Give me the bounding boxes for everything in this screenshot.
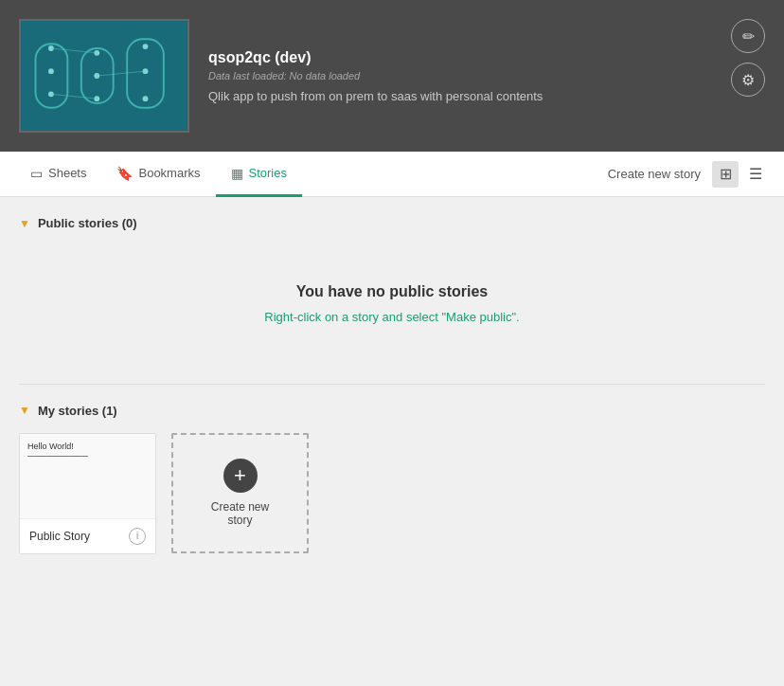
story-card[interactable]: Hello World!────────── Public Story i — [19, 433, 156, 554]
app-last-loaded: Data last loaded: No data loaded — [208, 70, 765, 81]
content-area: ▼ Public stories (0) You have no public … — [0, 197, 784, 573]
bookmarks-icon: 🔖 — [116, 166, 133, 181]
stories-grid: Hello World!────────── Public Story i + … — [19, 433, 765, 554]
my-stories-title: My stories (1) — [38, 404, 117, 418]
my-stories-section-header[interactable]: ▼ My stories (1) — [19, 404, 765, 418]
sheets-icon: ▭ — [30, 166, 43, 181]
list-view-button[interactable]: ☰ — [742, 161, 769, 188]
header-actions: ✏ ⚙ — [731, 19, 765, 97]
tab-bookmarks[interactable]: 🔖 Bookmarks — [101, 153, 215, 197]
settings-button[interactable]: ⚙ — [731, 63, 765, 97]
view-toggle: ⊞ ☰ — [712, 161, 769, 188]
my-stories-chevron-icon: ▼ — [19, 404, 30, 417]
tabs-bar: ▭ Sheets 🔖 Bookmarks ▦ Stories Create ne… — [0, 152, 784, 197]
app-info: qsop2qc (dev) Data last loaded: No data … — [208, 49, 765, 103]
story-footer: Public Story i — [20, 519, 155, 553]
create-story-plus-icon: + — [223, 459, 258, 493]
svg-point-10 — [143, 44, 149, 49]
bookmarks-label: Bookmarks — [138, 166, 200, 180]
public-stories-title: Public stories (0) — [38, 216, 137, 230]
create-story-link[interactable]: Create new story — [608, 167, 701, 181]
edit-button[interactable]: ✏ — [731, 19, 765, 53]
grid-view-button[interactable]: ⊞ — [712, 161, 739, 188]
tab-sheets[interactable]: ▭ Sheets — [15, 153, 101, 197]
stories-label: Stories — [249, 166, 287, 180]
create-story-card[interactable]: + Create newstory — [171, 433, 309, 553]
svg-point-12 — [143, 96, 149, 101]
public-stories-section-header[interactable]: ▼ Public stories (0) — [19, 216, 765, 230]
sheets-label: Sheets — [48, 166, 86, 180]
create-story-label: Create newstory — [211, 500, 269, 527]
story-info-button[interactable]: i — [129, 528, 146, 545]
edit-icon: ✏ — [742, 27, 755, 45]
story-thumbnail: Hello World!────────── — [20, 434, 155, 519]
story-name: Public Story — [29, 530, 129, 543]
tabs-right: Create new story ⊞ ☰ — [608, 161, 769, 188]
section-divider — [19, 384, 765, 385]
app-title: qsop2qc (dev) — [208, 49, 765, 66]
story-thumbnail-text: Hello World!────────── — [27, 442, 88, 460]
app-thumbnail — [19, 19, 189, 133]
settings-icon: ⚙ — [741, 71, 755, 89]
app-header: qsop2qc (dev) Data last loaded: No data … — [0, 0, 784, 152]
svg-point-5 — [48, 68, 54, 74]
app-description: Qlik app to push from on prem to saas wi… — [208, 89, 765, 103]
public-stories-empty-state: You have no public stories Right-click o… — [19, 245, 765, 365]
empty-state-title: You have no public stories — [38, 283, 746, 300]
tab-stories[interactable]: ▦ Stories — [216, 153, 302, 197]
public-stories-chevron-icon: ▼ — [19, 217, 30, 230]
empty-state-description: Right-click on a story and select "Make … — [38, 308, 746, 327]
svg-rect-0 — [22, 21, 187, 131]
stories-icon: ▦ — [231, 166, 243, 181]
